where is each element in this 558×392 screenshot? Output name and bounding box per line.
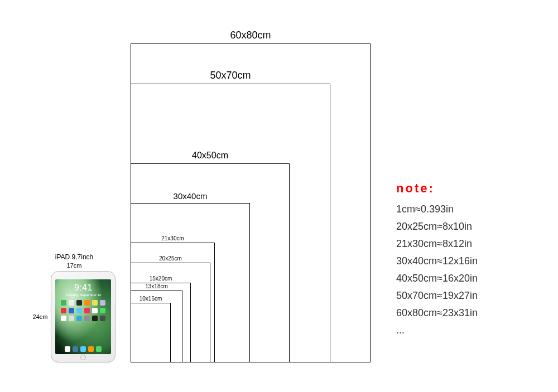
app-icon — [69, 308, 74, 313]
note-title: note: — [396, 181, 536, 196]
ipad-title: iPAD 9.7inch — [32, 253, 116, 261]
app-icon — [69, 300, 74, 306]
frame-label: 10x15cm — [131, 296, 170, 302]
app-icon — [61, 308, 66, 313]
app-icon — [76, 308, 82, 313]
ipad-dock — [65, 346, 102, 352]
size-frames: 60x80cm 50x70cm 40x50cm 30x40cm 21x30cm … — [131, 42, 371, 362]
app-icon — [92, 316, 98, 321]
frame-label: 40x50cm — [131, 151, 289, 161]
app-icon — [84, 316, 90, 321]
ipad-width-label: 17cm — [32, 262, 116, 269]
app-icon — [92, 308, 98, 313]
app-icon — [92, 300, 98, 306]
app-icon — [76, 300, 82, 306]
frame-label: 13x18cm — [131, 283, 182, 289]
app-icon — [76, 316, 82, 321]
note-section: note: 1cm≈0.393in 20x25cm≈8x10in 21x30cm… — [396, 181, 536, 342]
note-line: 1cm≈0.393in — [396, 204, 536, 215]
app-icon — [73, 346, 78, 352]
ipad-device: 9:41 Tuesday, September 12 — [51, 271, 116, 362]
note-line: 60x80cm≈23x31in — [396, 307, 536, 319]
app-icon — [61, 300, 66, 306]
ipad-app-grid — [61, 300, 105, 321]
app-icon — [100, 300, 105, 306]
ipad-screen: 9:41 Tuesday, September 12 — [55, 279, 111, 354]
note-line: 50x70cm≈19x27in — [396, 290, 536, 302]
frame-label: 30x40cm — [131, 191, 249, 201]
app-icon — [84, 308, 90, 313]
note-line: ... — [396, 325, 536, 336]
note-line: 30x40cm≈12x16in — [396, 255, 536, 267]
note-line: 40x50cm≈16x20in — [396, 273, 536, 284]
note-line: 20x25cm≈8x10in — [396, 221, 536, 233]
app-icon — [61, 316, 66, 321]
frame-label: 60x80cm — [131, 30, 370, 41]
app-icon — [69, 316, 74, 321]
frame-label: 21x30cm — [131, 235, 214, 241]
app-icon — [65, 346, 70, 352]
home-button-icon — [80, 355, 86, 360]
app-icon — [100, 308, 105, 313]
frame-label: 50x70cm — [131, 70, 330, 81]
app-icon — [88, 346, 94, 352]
ipad-clock: 9:41 — [74, 283, 93, 293]
frame-label: 20x25cm — [131, 255, 210, 262]
app-icon — [84, 300, 90, 306]
app-icon — [80, 346, 86, 352]
frame-label: 15x20cm — [131, 275, 190, 282]
app-icon — [96, 346, 102, 352]
ipad-reference: iPAD 9.7inch 17cm 24cm 9:41 Tuesday, Sep… — [32, 253, 116, 362]
app-icon — [100, 316, 105, 321]
ipad-date: Tuesday, September 12 — [66, 293, 101, 297]
frame-10x15: 10x15cm — [131, 303, 171, 362]
note-line: 21x30cm≈8x12in — [396, 238, 536, 250]
ipad-height-label: 24cm — [33, 313, 48, 320]
